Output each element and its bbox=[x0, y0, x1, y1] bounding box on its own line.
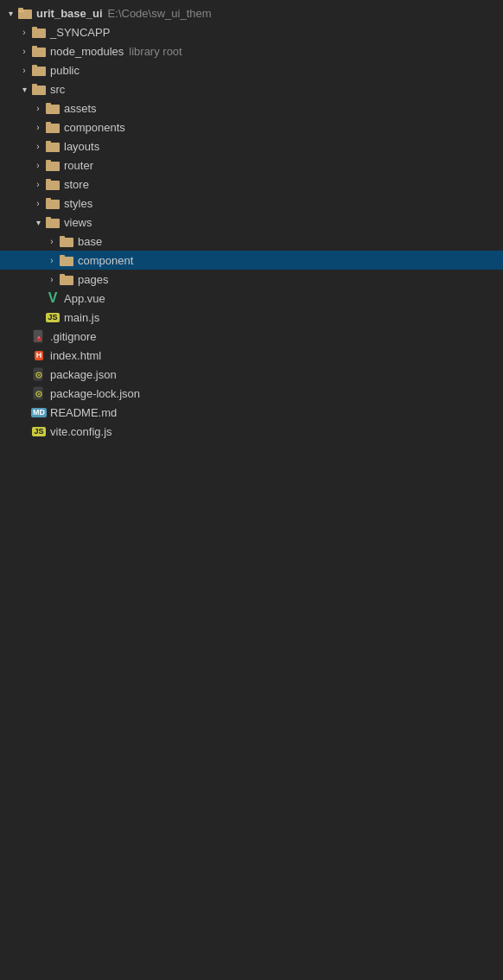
tree-item-syncapp[interactable]: _SYNCAPP bbox=[0, 22, 503, 41]
chevron-root bbox=[3, 6, 17, 20]
tree-item-main-js[interactable]: JS main.js bbox=[0, 308, 503, 327]
svg-rect-14 bbox=[46, 122, 51, 124]
tree-item-root[interactable]: urit_base_ui E:\Code\sw_ui_them bbox=[0, 3, 503, 22]
chevron-public bbox=[17, 63, 31, 77]
folder-icon-router bbox=[45, 158, 60, 172]
folder-icon-base bbox=[59, 234, 74, 248]
tree-item-router[interactable]: router bbox=[0, 156, 503, 175]
chevron-layouts bbox=[31, 139, 45, 153]
folder-icon-assets bbox=[45, 101, 60, 115]
md-file-icon-readme: MD bbox=[31, 405, 47, 419]
chevron-base bbox=[45, 234, 59, 248]
svg-rect-28 bbox=[60, 255, 65, 258]
svg-rect-2 bbox=[18, 8, 23, 10]
item-label-pages: pages bbox=[78, 273, 108, 286]
item-label-main-js: main.js bbox=[64, 311, 99, 324]
tree-item-layouts[interactable]: layouts bbox=[0, 137, 503, 156]
svg-rect-29 bbox=[60, 276, 73, 285]
item-label-store: store bbox=[64, 178, 89, 191]
tree-item-pages[interactable]: pages bbox=[0, 270, 503, 289]
item-label-index-html: index.html bbox=[50, 349, 101, 362]
tree-item-app-vue[interactable]: V App.vue bbox=[0, 289, 503, 308]
svg-rect-11 bbox=[46, 105, 60, 114]
folder-icon-node-modules bbox=[31, 44, 47, 58]
item-label-base: base bbox=[78, 235, 102, 248]
tree-item-base[interactable]: base bbox=[0, 232, 503, 251]
svg-rect-19 bbox=[46, 181, 60, 190]
folder-icon-syncapp bbox=[31, 25, 47, 39]
item-label-router: router bbox=[64, 159, 93, 172]
svg-rect-5 bbox=[32, 48, 46, 57]
folder-icon-pages bbox=[59, 272, 74, 286]
root-label: urit_base_ui bbox=[36, 7, 103, 20]
folder-icon-component bbox=[59, 253, 74, 267]
folder-icon-public bbox=[31, 63, 47, 77]
svg-rect-15 bbox=[46, 143, 60, 152]
svg-rect-7 bbox=[32, 67, 46, 76]
item-suffix-node-modules: library root bbox=[129, 45, 181, 58]
item-label-components: components bbox=[64, 121, 125, 134]
folder-icon-layouts bbox=[45, 139, 60, 153]
tree-item-vite-config[interactable]: JS vite.config.js bbox=[0, 422, 503, 441]
tree-item-node-modules[interactable]: node_modules library root bbox=[0, 41, 503, 60]
tree-item-public[interactable]: public bbox=[0, 60, 503, 80]
item-label-gitignore: .gitignore bbox=[50, 330, 96, 343]
tree-item-package-lock-json[interactable]: package-lock.json bbox=[0, 384, 503, 403]
item-label-node-modules: node_modules bbox=[50, 45, 124, 58]
generic-file-icon-package bbox=[31, 367, 47, 381]
svg-rect-17 bbox=[46, 162, 60, 171]
tree-item-views[interactable]: views bbox=[0, 213, 503, 232]
svg-rect-25 bbox=[60, 238, 73, 247]
item-label-public: public bbox=[50, 64, 80, 77]
svg-rect-23 bbox=[46, 219, 60, 228]
chevron-node-modules bbox=[17, 44, 31, 58]
folder-icon-views bbox=[45, 215, 60, 229]
tree-item-readme-md[interactable]: MD README.md bbox=[0, 403, 503, 422]
tree-item-gitignore[interactable]: .gitignore bbox=[0, 327, 503, 346]
svg-rect-4 bbox=[32, 27, 37, 29]
item-label-app-vue: App.vue bbox=[64, 292, 105, 305]
folder-icon-components bbox=[45, 120, 60, 134]
svg-rect-26 bbox=[60, 236, 65, 239]
svg-rect-13 bbox=[46, 124, 60, 133]
chevron-router bbox=[31, 158, 45, 172]
chevron-assets bbox=[31, 101, 45, 115]
chevron-component bbox=[45, 253, 59, 267]
item-label-styles: styles bbox=[64, 197, 92, 210]
chevron-styles bbox=[31, 196, 45, 210]
svg-rect-8 bbox=[32, 65, 37, 67]
item-label-package-lock-json: package-lock.json bbox=[50, 387, 140, 400]
svg-rect-16 bbox=[46, 141, 51, 143]
vue-file-icon-app: V bbox=[45, 291, 60, 305]
chevron-src bbox=[17, 82, 31, 96]
tree-item-package-json[interactable]: package.json bbox=[0, 365, 503, 384]
tree-item-styles[interactable]: styles bbox=[0, 194, 503, 213]
file-tree: urit_base_ui E:\Code\sw_ui_them _SYNCAPP… bbox=[0, 0, 503, 441]
svg-rect-18 bbox=[46, 160, 51, 162]
svg-rect-9 bbox=[32, 86, 46, 95]
tree-item-component[interactable]: component bbox=[0, 251, 503, 270]
tree-item-index-html[interactable]: H index.html bbox=[0, 346, 503, 365]
svg-rect-20 bbox=[46, 179, 51, 181]
svg-rect-10 bbox=[32, 84, 37, 86]
chevron-syncapp bbox=[17, 25, 31, 39]
svg-rect-30 bbox=[60, 274, 65, 277]
js-file-icon-main: JS bbox=[45, 310, 60, 324]
svg-rect-22 bbox=[46, 198, 51, 200]
item-label-src: src bbox=[50, 83, 65, 96]
item-label-assets: assets bbox=[64, 102, 97, 115]
root-path: E:\Code\sw_ui_them bbox=[108, 7, 212, 20]
tree-item-assets[interactable]: assets bbox=[0, 99, 503, 118]
svg-rect-12 bbox=[46, 103, 51, 105]
folder-icon-styles bbox=[45, 196, 60, 210]
js-file-icon-vite: JS bbox=[31, 424, 47, 438]
svg-rect-21 bbox=[46, 200, 60, 209]
tree-item-src[interactable]: src bbox=[0, 80, 503, 99]
svg-point-39 bbox=[38, 393, 40, 395]
svg-point-36 bbox=[38, 374, 40, 376]
chevron-views bbox=[31, 215, 45, 229]
tree-item-store[interactable]: store bbox=[0, 175, 503, 194]
svg-rect-24 bbox=[46, 217, 51, 220]
tree-item-components[interactable]: components bbox=[0, 118, 503, 137]
svg-rect-3 bbox=[32, 29, 46, 38]
